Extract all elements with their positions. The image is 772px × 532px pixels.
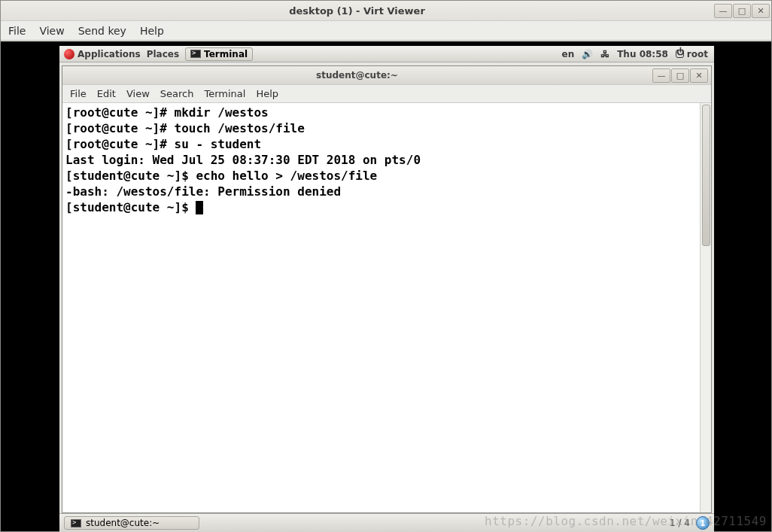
pager-text: 1 / 4 bbox=[670, 518, 690, 528]
terminal-icon bbox=[190, 50, 201, 58]
terminal-menubar: File Edit View Search Terminal Help bbox=[62, 85, 711, 103]
keyboard-layout-indicator[interactable]: en bbox=[562, 49, 575, 59]
terminal-cursor bbox=[196, 201, 203, 214]
applications-menu[interactable]: Applications bbox=[64, 49, 141, 59]
terminal-scrollbar[interactable] bbox=[700, 103, 711, 512]
terminal-maximize-button[interactable]: □ bbox=[671, 68, 689, 83]
terminal-menu-edit[interactable]: Edit bbox=[97, 88, 116, 99]
terminal-scrollbar-thumb[interactable] bbox=[702, 105, 710, 246]
terminal-close-button[interactable]: ✕ bbox=[690, 68, 708, 83]
places-menu[interactable]: Places bbox=[147, 49, 179, 59]
outer-menu-view[interactable]: View bbox=[39, 25, 64, 37]
terminal-menu-terminal[interactable]: Terminal bbox=[204, 88, 245, 99]
network-icon[interactable] bbox=[600, 49, 609, 59]
terminal-window: student@cute:~ — □ ✕ File Edit View Sear… bbox=[62, 65, 712, 513]
outer-window-controls: — □ ✕ bbox=[713, 4, 771, 18]
virt-viewer-window: desktop (1) - Virt Viewer — □ ✕ File Vie… bbox=[0, 0, 772, 532]
terminal-menu-file[interactable]: File bbox=[70, 88, 87, 99]
terminal-menu-help[interactable]: Help bbox=[256, 88, 278, 99]
terminal-title: student@cute:~ bbox=[62, 70, 652, 81]
terminal-minimize-button[interactable]: — bbox=[652, 68, 670, 83]
clock[interactable]: Thu 08:58 bbox=[617, 49, 668, 59]
outer-menubar: File View Send key Help bbox=[1, 21, 771, 41]
gnome-top-panel: Applications Places Terminal en Thu 08:5… bbox=[59, 46, 714, 62]
terminal-launcher-label: Terminal bbox=[204, 49, 248, 59]
terminal-launcher[interactable]: Terminal bbox=[185, 47, 253, 61]
outer-menu-sendkey[interactable]: Send key bbox=[78, 25, 126, 37]
applications-label: Applications bbox=[78, 49, 141, 59]
redhat-icon bbox=[64, 49, 74, 59]
terminal-body[interactable]: [root@cute ~]# mkdir /westos [root@cute … bbox=[62, 103, 711, 512]
taskbar-item-label: student@cute:~ bbox=[86, 518, 160, 528]
terminal-icon bbox=[71, 519, 81, 527]
outer-menu-help[interactable]: Help bbox=[140, 25, 164, 37]
gnome-desktop: Applications Places Terminal en Thu 08:5… bbox=[59, 46, 714, 532]
volume-icon[interactable] bbox=[582, 49, 593, 59]
outer-minimize-button[interactable]: — bbox=[714, 4, 732, 18]
pager-badge[interactable]: 1 bbox=[696, 516, 710, 530]
power-icon bbox=[676, 50, 684, 58]
outer-menu-file[interactable]: File bbox=[8, 25, 26, 37]
outer-maximize-button[interactable]: □ bbox=[733, 4, 751, 18]
user-menu[interactable]: root bbox=[676, 49, 708, 59]
outer-close-button[interactable]: ✕ bbox=[752, 4, 770, 18]
outer-titlebar: desktop (1) - Virt Viewer — □ ✕ bbox=[1, 1, 771, 21]
user-label: root bbox=[687, 49, 708, 59]
workspace-pager[interactable]: 1 / 4 1 bbox=[670, 516, 710, 530]
outer-window-title: desktop (1) - Virt Viewer bbox=[1, 5, 713, 17]
terminal-output[interactable]: [root@cute ~]# mkdir /westos [root@cute … bbox=[62, 103, 700, 512]
terminal-menu-search[interactable]: Search bbox=[160, 88, 194, 99]
terminal-titlebar[interactable]: student@cute:~ — □ ✕ bbox=[62, 66, 711, 85]
gnome-bottom-panel: student@cute:~ 1 / 4 1 bbox=[59, 513, 714, 532]
taskbar-item-terminal[interactable]: student@cute:~ bbox=[64, 516, 199, 530]
guest-framebuffer: Applications Places Terminal en Thu 08:5… bbox=[1, 41, 771, 531]
terminal-menu-view[interactable]: View bbox=[126, 88, 150, 99]
